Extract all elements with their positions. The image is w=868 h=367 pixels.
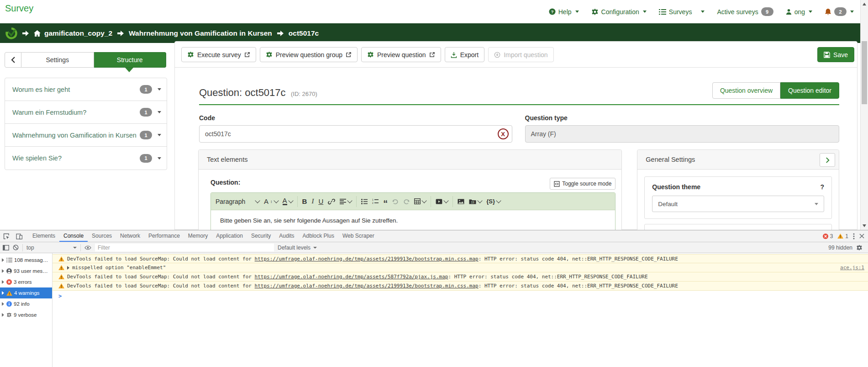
- numbered-list-button[interactable]: [372, 199, 379, 204]
- sidebar-item-warnings[interactable]: 4 warnings: [0, 287, 52, 298]
- expand-arrow-icon[interactable]: [2, 280, 4, 284]
- question-editor-button[interactable]: Question editor: [780, 82, 839, 99]
- configuration-menu[interactable]: Configuration: [591, 8, 647, 16]
- message-url-link[interactable]: https://umfrage.olaf-noehring.de/tmp/ass…: [255, 274, 448, 280]
- tab-settings[interactable]: Settings: [21, 52, 94, 68]
- question-group-row[interactable]: Wie spielen Sie? 1: [5, 147, 167, 170]
- live-expression-eye-icon[interactable]: [84, 245, 91, 250]
- scroll-up-arrow[interactable]: [863, 3, 866, 5]
- limesurvey-logo[interactable]: [5, 27, 17, 39]
- italic-button[interactable]: I: [311, 197, 314, 205]
- question-group-title[interactable]: Warum ein Fernstudium?: [12, 109, 140, 116]
- bulleted-list-button[interactable]: [361, 199, 368, 204]
- tab-network[interactable]: Network: [116, 230, 144, 242]
- tab-memory[interactable]: Memory: [184, 230, 212, 242]
- expand-arrow-icon[interactable]: [2, 302, 4, 306]
- console-warning-row[interactable]: misspelled option "enableEmmet" ace.js:1: [53, 263, 868, 272]
- tab-audits[interactable]: Audits: [275, 230, 298, 242]
- question-group-title[interactable]: Wahrnehmung von Gamification in Kursen: [12, 132, 140, 139]
- question-group-row[interactable]: Worum es hier geht 1: [5, 78, 167, 101]
- question-group-row[interactable]: Wahrnehmung von Gamification in Kursen 1: [5, 124, 167, 147]
- question-theme-help[interactable]: ?: [820, 183, 824, 191]
- console-warning-row[interactable]: DevTools failed to load SourceMap: Could…: [53, 282, 868, 291]
- breadcrumb-group[interactable]: Wahrnehmung von Gamification in Kursen: [129, 29, 272, 37]
- console-warning-row[interactable]: DevTools failed to load SourceMap: Could…: [53, 254, 868, 263]
- expand-arrow-icon[interactable]: [2, 258, 4, 262]
- general-settings-header[interactable]: General Settings: [637, 150, 839, 170]
- tab-console[interactable]: Console: [59, 230, 88, 242]
- question-group-title[interactable]: Worum es hier geht: [12, 86, 140, 93]
- error-count[interactable]: 3: [823, 233, 833, 239]
- expand-arrow-icon[interactable]: [2, 313, 4, 317]
- collapse-sidebar-button[interactable]: [5, 52, 21, 68]
- message-url-link[interactable]: https://umfrage.olaf-noehring.de/tmp/ass…: [255, 283, 479, 289]
- paragraph-dropdown[interactable]: Paragraph: [216, 198, 259, 205]
- import-question-button[interactable]: Import question: [488, 47, 554, 62]
- file-browser-dropdown[interactable]: [469, 199, 482, 204]
- help-menu[interactable]: Help: [549, 8, 579, 16]
- bold-button[interactable]: B: [302, 197, 307, 205]
- underline-button[interactable]: U: [318, 197, 323, 205]
- device-toolbar-button[interactable]: [13, 230, 26, 242]
- tab-security[interactable]: Security: [247, 230, 275, 242]
- clear-console-icon[interactable]: [13, 245, 19, 250]
- console-prompt[interactable]: >: [53, 291, 868, 302]
- scroll-down-arrow[interactable]: [863, 224, 866, 227]
- notifications-menu[interactable]: 2: [825, 7, 854, 16]
- tab-application[interactable]: Application: [212, 230, 247, 242]
- collapse-panel-button[interactable]: [820, 153, 835, 167]
- tab-adblock-plus[interactable]: Adblock Plus: [299, 230, 338, 242]
- breadcrumb-survey[interactable]: gamificaton_copy_2: [34, 29, 112, 37]
- sidebar-item-info[interactable]: 92 info: [0, 298, 52, 309]
- chevron-down-icon[interactable]: [158, 157, 161, 160]
- message-source-link[interactable]: ace.js:1: [840, 265, 864, 271]
- tab-sources[interactable]: Sources: [88, 230, 116, 242]
- sidebar-item-all-messages[interactable]: 108 messag…: [0, 255, 52, 266]
- chevron-down-icon[interactable]: [158, 88, 161, 90]
- font-color-dropdown[interactable]: A: [283, 197, 293, 205]
- tab-performance[interactable]: Performance: [144, 230, 184, 242]
- console-settings-gear-icon[interactable]: [856, 245, 863, 251]
- media-embed-dropdown[interactable]: [436, 199, 448, 204]
- tab-elements[interactable]: Elements: [28, 230, 59, 242]
- message-url-link[interactable]: https://umfrage.olaf-noehring.de/tmp/ass…: [255, 256, 479, 262]
- text-elements-header[interactable]: Text elements: [199, 150, 621, 170]
- sidebar-item-errors[interactable]: 3 errors: [0, 277, 52, 287]
- kebab-menu-icon[interactable]: [853, 233, 855, 239]
- question-overview-button[interactable]: Question overview: [712, 82, 780, 99]
- image-button[interactable]: [458, 199, 464, 204]
- chevron-down-icon[interactable]: [158, 111, 161, 113]
- align-dropdown[interactable]: [340, 199, 352, 204]
- active-surveys-link[interactable]: Active surveys 9: [717, 7, 773, 16]
- execute-survey-button[interactable]: Execute survey: [181, 47, 256, 62]
- user-menu[interactable]: ong: [786, 8, 812, 16]
- breadcrumb-question[interactable]: oct5017c: [289, 29, 319, 37]
- warning-count[interactable]: 1: [837, 233, 848, 239]
- tab-web-scraper[interactable]: Web Scraper: [338, 230, 379, 242]
- redo-button[interactable]: [403, 199, 410, 204]
- sidebar-item-user-messages[interactable]: 93 user mes…: [0, 266, 52, 277]
- question-theme-select[interactable]: Default: [652, 196, 824, 212]
- console-warning-row[interactable]: DevTools failed to load SourceMap: Could…: [53, 272, 868, 282]
- placeholder-fields-dropdown[interactable]: {S}: [486, 198, 500, 205]
- preview-question-group-button[interactable]: Preview question group: [260, 47, 358, 62]
- table-dropdown[interactable]: [414, 198, 426, 204]
- inspect-element-button[interactable]: [0, 230, 13, 242]
- font-size-dropdown[interactable]: A↕: [264, 197, 278, 205]
- blockquote-button[interactable]: “: [383, 201, 388, 206]
- expand-arrow-icon[interactable]: [2, 291, 4, 295]
- scrollbar-thumb[interactable]: [862, 41, 867, 104]
- expand-arrow-icon[interactable]: [2, 269, 4, 273]
- editor-content[interactable]: Bitte geben Sie an, sie sehr folgende Au…: [211, 210, 615, 230]
- log-levels-select[interactable]: Default levels: [278, 245, 317, 251]
- question-group-title[interactable]: Wie spielen Sie?: [12, 154, 140, 162]
- export-button[interactable]: Export: [445, 47, 484, 62]
- surveys-menu[interactable]: Surveys: [659, 8, 705, 16]
- frame-context-select[interactable]: top: [26, 245, 77, 251]
- tab-structure[interactable]: Structure: [94, 52, 167, 68]
- expand-arrow-icon[interactable]: [67, 266, 69, 270]
- chevron-down-icon[interactable]: [158, 134, 161, 136]
- console-filter-input[interactable]: [95, 244, 274, 251]
- preview-question-button[interactable]: Preview question: [361, 47, 441, 62]
- page-scrollbar[interactable]: [860, 0, 868, 230]
